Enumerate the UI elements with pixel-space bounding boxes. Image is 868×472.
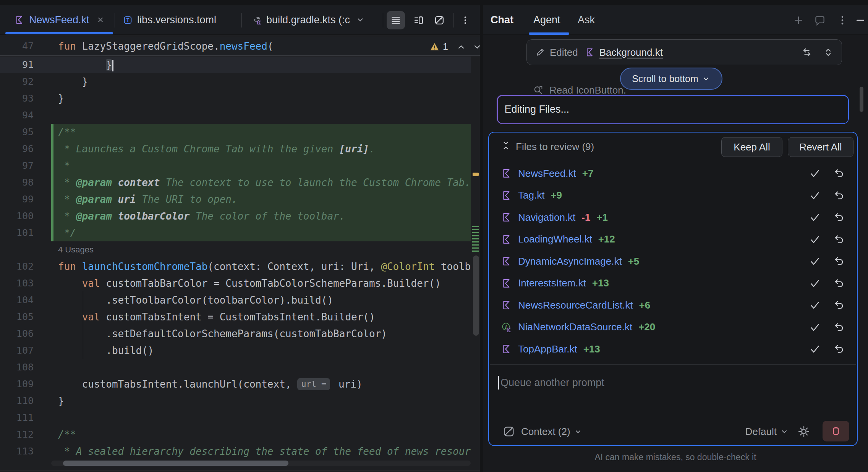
chat-scrollbar[interactable] bbox=[860, 87, 863, 112]
hide-panel-icon[interactable] bbox=[855, 15, 866, 26]
file-name-link[interactable]: NewsResourceCardList.kt bbox=[518, 299, 633, 311]
tab-ask[interactable]: Ask bbox=[578, 5, 595, 34]
line-number[interactable]: 113 bbox=[0, 443, 34, 460]
keep-file-button[interactable] bbox=[809, 255, 821, 267]
revert-file-button[interactable] bbox=[834, 299, 845, 311]
context-selector[interactable]: Context (2) bbox=[521, 426, 570, 438]
keep-file-button[interactable] bbox=[809, 299, 821, 311]
revert-file-button[interactable] bbox=[834, 190, 845, 201]
file-review-row[interactable]: Navigation.kt-1+1 bbox=[489, 207, 856, 228]
chevron-down-icon[interactable] bbox=[355, 15, 365, 25]
file-review-row[interactable]: NewsResourceCardList.kt+6 bbox=[489, 294, 856, 316]
revert-file-button[interactable] bbox=[834, 343, 845, 355]
gear-icon[interactable] bbox=[797, 425, 810, 438]
usages-hint-label[interactable]: 4 Usages bbox=[58, 241, 94, 258]
line-number[interactable]: 93 bbox=[0, 90, 34, 107]
file-name-link[interactable]: DynamicAsyncImage.kt bbox=[518, 255, 622, 267]
file-name-link[interactable]: TopAppBar.kt bbox=[518, 343, 577, 355]
stripe-warning-mark[interactable] bbox=[473, 173, 479, 176]
line-number[interactable]: 96 bbox=[0, 141, 34, 157]
file-name-link[interactable]: Tag.kt bbox=[518, 189, 544, 201]
file-name-link[interactable]: Navigation.kt bbox=[518, 212, 575, 223]
more-options-icon[interactable] bbox=[837, 15, 848, 26]
close-icon[interactable] bbox=[96, 16, 105, 24]
edited-file-card[interactable]: Edited Background.kt bbox=[526, 39, 842, 65]
keep-file-button[interactable] bbox=[809, 278, 821, 289]
file-name-link[interactable]: LoadingWheel.kt bbox=[518, 233, 592, 245]
prompt-input[interactable]: Queue another prompt bbox=[500, 376, 604, 390]
keep-file-button[interactable] bbox=[809, 234, 821, 245]
edited-file-link[interactable]: Background.kt bbox=[599, 47, 663, 58]
revert-file-button[interactable] bbox=[834, 168, 845, 179]
line-number[interactable]: 109 bbox=[0, 376, 34, 393]
file-review-row[interactable]: InterestsItem.kt+13 bbox=[489, 273, 856, 294]
tab-newsfeed-kt[interactable]: NewsFeed.kt bbox=[5, 5, 105, 34]
line-number[interactable]: 97 bbox=[0, 157, 34, 174]
file-review-row[interactable]: LoadingWheel.kt+12 bbox=[489, 229, 856, 250]
previous-issue-icon[interactable] bbox=[456, 42, 466, 52]
line-number[interactable]: 100 bbox=[0, 208, 34, 225]
file-review-row[interactable]: TopAppBar.kt+13 bbox=[489, 338, 856, 360]
warning-icon[interactable] bbox=[429, 42, 440, 52]
line-number[interactable]: 106 bbox=[0, 325, 34, 342]
pane-divider[interactable] bbox=[480, 5, 483, 472]
editor-list-view-button[interactable] bbox=[387, 11, 405, 29]
line-number[interactable]: 95 bbox=[0, 124, 34, 141]
line-number[interactable]: 102 bbox=[0, 258, 34, 275]
revert-file-button[interactable] bbox=[834, 278, 845, 289]
revert-file-button[interactable] bbox=[834, 322, 845, 333]
line-number[interactable]: 103 bbox=[0, 275, 34, 292]
chevron-down-icon[interactable] bbox=[780, 427, 789, 436]
line-number[interactable]: 105 bbox=[0, 309, 34, 325]
line-number[interactable]: 112 bbox=[0, 426, 34, 443]
keep-file-button[interactable] bbox=[809, 322, 821, 333]
file-name-link[interactable]: NiaNetworkDataSource.kt bbox=[518, 321, 632, 333]
model-selector[interactable]: Default bbox=[745, 426, 777, 438]
tab-build-gradle-kts[interactable]: build.gradle.kts (:c bbox=[241, 5, 365, 34]
tab-libs-versions-toml[interactable]: T libs.versions.toml bbox=[115, 5, 216, 34]
show-diff-icon[interactable] bbox=[801, 47, 813, 58]
editor-split-view-button[interactable] bbox=[410, 11, 428, 29]
editor-preview-image-button[interactable] bbox=[430, 11, 449, 29]
editor-vertical-scrollbar[interactable] bbox=[473, 255, 479, 336]
code-editor[interactable]: 91 }92 }93}9495/**96 * Launches a Custom… bbox=[0, 57, 480, 472]
line-number[interactable]: 91 bbox=[0, 57, 34, 73]
line-number[interactable]: 92 bbox=[0, 73, 34, 90]
file-name-link[interactable]: NewsFeed.kt bbox=[518, 168, 576, 179]
expand-card-icon[interactable] bbox=[823, 47, 834, 58]
keep-file-button[interactable] bbox=[809, 190, 821, 201]
file-review-row[interactable]: NewsFeed.kt+7 bbox=[489, 163, 856, 184]
line-number[interactable]: 107 bbox=[0, 342, 34, 359]
revert-file-button[interactable] bbox=[834, 255, 845, 267]
editor-horizontal-scrollbar[interactable] bbox=[63, 461, 288, 466]
file-name-link[interactable]: InterestsItem.kt bbox=[518, 277, 586, 289]
line-number[interactable]: 104 bbox=[0, 292, 34, 309]
line-number[interactable]: 110 bbox=[0, 393, 34, 409]
keep-file-button[interactable] bbox=[809, 343, 821, 355]
revert-all-button[interactable]: Revert All bbox=[788, 137, 853, 157]
attach-image-icon[interactable] bbox=[503, 425, 515, 438]
line-number[interactable]: 99 bbox=[0, 191, 34, 208]
new-chat-icon[interactable] bbox=[793, 15, 804, 26]
file-review-row[interactable]: DynamicAsyncImage.kt+5 bbox=[489, 251, 856, 272]
revert-file-button[interactable] bbox=[834, 212, 845, 223]
line-number[interactable]: 108 bbox=[0, 359, 34, 376]
line-number[interactable]: 94 bbox=[0, 107, 34, 124]
scroll-to-bottom-button[interactable]: Scroll to bottom bbox=[620, 68, 722, 90]
file-review-row[interactable]: Tag.kt+9 bbox=[489, 185, 856, 206]
tab-agent[interactable]: Agent bbox=[533, 5, 560, 34]
sticky-declaration-line[interactable]: 47 fun LazyStaggeredGridScope.newsFeed( … bbox=[0, 37, 480, 56]
revert-file-button[interactable] bbox=[834, 234, 845, 245]
usages-hint-row[interactable]: 4 Usages bbox=[0, 241, 471, 258]
stop-button[interactable] bbox=[823, 421, 849, 441]
line-number[interactable]: 98 bbox=[0, 174, 34, 191]
chat-history-icon[interactable] bbox=[814, 15, 826, 26]
tab-chat[interactable]: Chat bbox=[491, 5, 513, 34]
keep-file-button[interactable] bbox=[809, 168, 821, 179]
line-number[interactable]: 111 bbox=[0, 409, 34, 426]
stripe-changed-lines-mark[interactable] bbox=[472, 226, 479, 253]
keep-all-button[interactable]: Keep All bbox=[721, 137, 782, 157]
collapse-icon[interactable] bbox=[500, 140, 511, 151]
line-number[interactable]: 101 bbox=[0, 225, 34, 241]
editor-more-options-button[interactable] bbox=[456, 11, 474, 29]
